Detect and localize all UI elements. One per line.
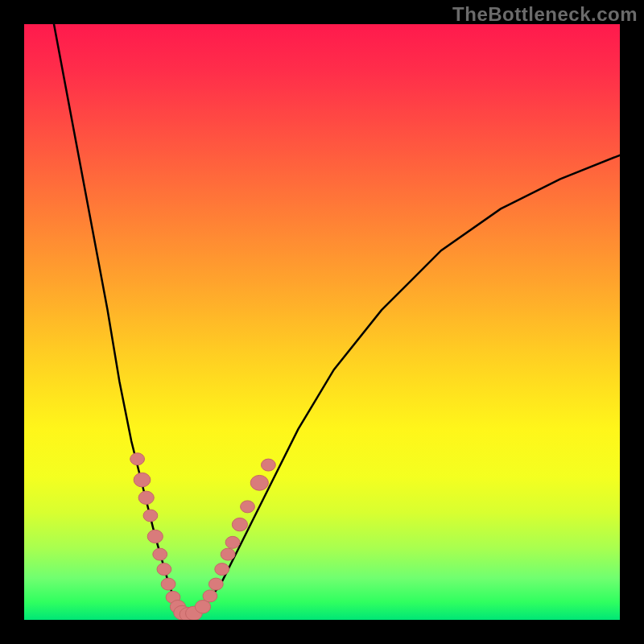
data-marker	[225, 536, 240, 548]
data-marker	[161, 578, 175, 590]
data-marker	[153, 548, 167, 560]
data-marker	[134, 473, 151, 487]
data-marker	[215, 564, 229, 576]
data-marker	[221, 548, 235, 560]
data-marker	[241, 501, 255, 513]
data-marker	[232, 518, 247, 530]
data-marker	[147, 530, 163, 543]
data-marker	[208, 578, 223, 590]
curve-layer	[54, 24, 620, 614]
chart-frame: TheBottleneck.com	[0, 0, 644, 644]
data-marker	[250, 475, 268, 490]
data-marker	[157, 564, 171, 576]
marker-layer	[130, 453, 276, 620]
curve-right-curve	[185, 155, 620, 614]
curve-left-curve	[54, 24, 185, 614]
chart-plot-area	[24, 24, 620, 620]
watermark-text: TheBottleneck.com	[452, 3, 638, 26]
data-marker	[262, 459, 276, 471]
data-marker	[143, 510, 158, 522]
data-marker	[138, 491, 154, 504]
data-marker	[130, 453, 145, 465]
data-marker	[203, 590, 217, 602]
